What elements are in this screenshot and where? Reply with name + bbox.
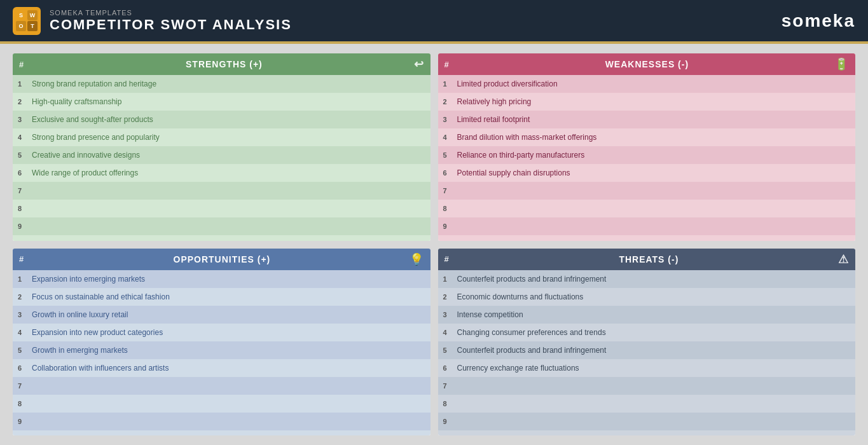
table-row: 1Strong brand reputation and heritage — [13, 75, 431, 93]
table-row: 4Strong brand presence and popularity — [13, 128, 431, 146]
table-row: 1Limited product diversification — [438, 75, 856, 93]
table-row: 6Currency exchange rate fluctuations — [438, 359, 856, 377]
opportunities-title: OPPORTUNITIES (+) — [34, 254, 409, 264]
logo-box-t: T — [27, 21, 38, 31]
weaknesses-icon: 🔋 — [834, 57, 849, 71]
strengths-title: STRENGTHS (+) — [34, 59, 413, 69]
someka-brand-logo: someka — [782, 11, 855, 31]
header-title: COMPETITOR SWOT ANALYSIS — [50, 17, 292, 33]
opportunities-hash: # — [19, 254, 24, 264]
opportunities-icon: 💡 — [410, 252, 424, 266]
table-row: 8 — [13, 395, 431, 413]
table-row: 7 — [438, 182, 856, 200]
weaknesses-title: WEAKNESSES (-) — [460, 59, 834, 69]
table-row: 9 — [438, 413, 856, 430]
threats-title: THREATS (-) — [460, 254, 838, 264]
strengths-header: # STRENGTHS (+) ↩ — [13, 53, 431, 75]
table-row: 9 — [13, 217, 431, 235]
logo-box-w: W — [27, 10, 38, 20]
opportunities-header: # OPPORTUNITIES (+) 💡 — [13, 249, 431, 270]
app-header: S W O T SOMEKA TEMPLATES COMPETITOR SWOT… — [0, 0, 868, 41]
table-row: 2Economic downturns and fluctuations — [438, 288, 856, 306]
table-row: 6Wide range of product offerings — [13, 164, 431, 182]
logo-icon: S W O T — [13, 7, 41, 35]
table-row: 6Potential supply chain disruptions — [438, 164, 856, 182]
table-row: 5Creative and innovative designs — [13, 146, 431, 164]
table-row: 10 — [438, 430, 856, 436]
table-row: 6Collaboration with influencers and arti… — [13, 359, 431, 377]
table-row: 4Brand dilution with mass-market offerin… — [438, 128, 856, 146]
table-row: 5Counterfeit products and brand infringe… — [438, 341, 856, 359]
table-row: 10 — [438, 235, 856, 241]
weaknesses-header: # WEAKNESSES (-) 🔋 — [438, 53, 856, 75]
header-left: S W O T SOMEKA TEMPLATES COMPETITOR SWOT… — [13, 7, 292, 35]
table-row: 8 — [438, 200, 856, 217]
table-row: 3Exclusive and sought-after products — [13, 111, 431, 128]
threats-quadrant: # THREATS (-) ⚠ 1Counterfeit products an… — [438, 249, 856, 436]
logo-box-s: S — [16, 10, 26, 20]
threats-icon: ⚠ — [838, 252, 849, 266]
opportunities-quadrant: # OPPORTUNITIES (+) 💡 1Expansion into em… — [13, 249, 431, 436]
table-row: 3Growth in online luxury retail — [13, 306, 431, 324]
main-content: # STRENGTHS (+) ↩ 1Strong brand reputati… — [0, 44, 868, 445]
table-row: 5Growth in emerging markets — [13, 341, 431, 359]
table-row: 7 — [13, 182, 431, 200]
table-row: 7 — [13, 377, 431, 395]
table-row: 3Intense competition — [438, 306, 856, 324]
table-row: 2High-quality craftsmanship — [13, 93, 431, 111]
header-titles: SOMEKA TEMPLATES COMPETITOR SWOT ANALYSI… — [50, 9, 292, 33]
threats-header: # THREATS (-) ⚠ — [438, 249, 856, 270]
table-row: 8 — [13, 200, 431, 217]
table-row: 5Reliance on third-party manufacturers — [438, 146, 856, 164]
brand-text: someka — [782, 11, 855, 31]
table-row: 10 — [13, 430, 431, 436]
table-row: 3Limited retail footprint — [438, 111, 856, 128]
table-row: 4Expansion into new product categories — [13, 324, 431, 341]
table-row: 1Expansion into emerging markets — [13, 270, 431, 288]
table-row: 10 — [13, 235, 431, 241]
strengths-quadrant: # STRENGTHS (+) ↩ 1Strong brand reputati… — [13, 53, 431, 241]
weaknesses-quadrant: # WEAKNESSES (-) 🔋 1Limited product dive… — [438, 53, 856, 241]
weaknesses-hash: # — [444, 60, 450, 69]
table-row: 8 — [438, 395, 856, 413]
table-row: 9 — [13, 413, 431, 430]
strengths-icon: ↩ — [414, 57, 424, 71]
table-row: 7 — [438, 377, 856, 395]
table-row: 4Changing consumer preferences and trend… — [438, 324, 856, 341]
table-row: 2Relatively high pricing — [438, 93, 856, 111]
logo-box-o: O — [16, 21, 26, 31]
table-row: 2Focus on sustainable and ethical fashio… — [13, 288, 431, 306]
strengths-hash: # — [19, 60, 24, 69]
table-row: 9 — [438, 217, 856, 235]
table-row: 1Counterfeit products and brand infringe… — [438, 270, 856, 288]
header-subtitle: SOMEKA TEMPLATES — [50, 9, 292, 17]
threats-hash: # — [444, 254, 450, 264]
